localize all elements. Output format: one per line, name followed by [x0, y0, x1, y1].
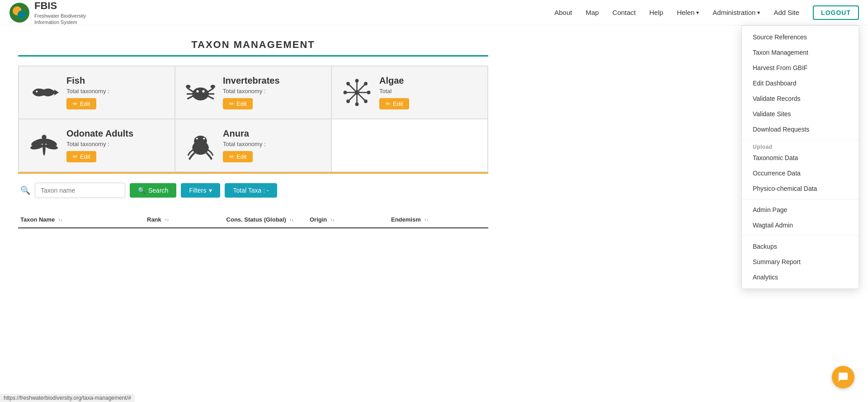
- svg-line-18: [357, 84, 366, 93]
- odonate-edit-button[interactable]: ✏ Edit: [66, 151, 96, 162]
- pencil-icon: ✏: [73, 100, 78, 107]
- menu-source-references[interactable]: Source References: [742, 29, 859, 45]
- algae-edit-button[interactable]: ✏ Edit: [379, 98, 409, 109]
- taxon-card-anura: Anura Total taxonomy : ✏ Edit: [175, 119, 331, 172]
- table-header: Taxon Name ↑↓ Rank ↑↓ Cons. Status (Glob…: [18, 212, 488, 228]
- svg-point-31: [355, 79, 359, 83]
- dropdown-divider-2: [742, 199, 859, 199]
- total-taxa-button[interactable]: Total Taxa : -: [225, 183, 277, 198]
- brand-initials: FBIS: [34, 0, 86, 13]
- svg-point-5: [192, 87, 208, 100]
- col-header-origin: Origin ↑↓: [310, 216, 391, 223]
- menu-backups[interactable]: Backups: [742, 239, 859, 242]
- sort-arrows-endemism[interactable]: ↑↓: [424, 218, 428, 222]
- anura-info: Anura Total taxonomy : ✏ Edit: [223, 128, 266, 162]
- svg-point-32: [355, 103, 359, 106]
- upload-section-label: Upload: [742, 139, 783, 152]
- brand-subtitle-1: Freshwater Biodiversity: [34, 13, 86, 19]
- svg-point-43: [196, 138, 198, 140]
- sort-arrows-origin[interactable]: ↑↓: [330, 218, 335, 222]
- menu-validate-sites[interactable]: Validate Sites: [742, 106, 859, 122]
- brand-subtitle-2: Information System: [34, 19, 77, 25]
- svg-line-11: [208, 96, 213, 99]
- col-header-taxon-name: Taxon Name ↑↓: [20, 216, 147, 223]
- search-input[interactable]: [35, 183, 125, 198]
- anura-edit-button[interactable]: ✏ Edit: [223, 151, 253, 162]
- algae-icon: [341, 77, 373, 109]
- pencil-icon-4: ✏: [73, 153, 78, 160]
- menu-wagtail-admin[interactable]: Wagtail Admin: [742, 218, 859, 233]
- algae-info: Algae Total ✏ Edit: [379, 76, 409, 109]
- col-header-endemism: Endemism ↑↓: [391, 216, 472, 223]
- taxon-card-empty: [331, 119, 488, 172]
- nav-help[interactable]: Help: [649, 9, 663, 16]
- search-button[interactable]: 🔍 Search: [130, 183, 176, 198]
- filters-button[interactable]: Filters ▾: [181, 183, 220, 198]
- user-dropdown-toggle[interactable]: Helen: [677, 9, 699, 16]
- col-header-cons-status: Cons. Status (Global) ↑↓: [210, 216, 310, 223]
- menu-taxonomic-data[interactable]: Taxonomic Data: [742, 150, 859, 166]
- fish-name: Fish: [66, 76, 109, 86]
- fish-icon: [28, 77, 60, 109]
- svg-point-26: [364, 82, 368, 85]
- odonate-taxonomy: Total taxonomy :: [66, 141, 133, 147]
- svg-point-14: [196, 90, 198, 92]
- anura-taxonomy: Total taxonomy :: [223, 141, 266, 147]
- odonate-name: Odonate Adults: [66, 128, 133, 139]
- administration-dropdown-menu: Source References Taxon Management Harve…: [741, 25, 859, 242]
- invertebrates-edit-button[interactable]: ✏ Edit: [223, 98, 253, 109]
- svg-point-15: [202, 90, 204, 92]
- pencil-icon-2: ✏: [229, 100, 234, 107]
- svg-point-44: [203, 138, 205, 140]
- menu-physico-chemical[interactable]: Physico-chemical Data: [742, 181, 859, 196]
- brand-logo-area: FBIS Freshwater Biodiversity Information…: [9, 0, 86, 25]
- taxon-grid: Fish Total taxonomy : ✏ Edit: [18, 66, 488, 172]
- menu-download-requests[interactable]: Download Requests: [742, 122, 859, 137]
- menu-admin-page[interactable]: Admin Page: [742, 202, 859, 218]
- svg-point-38: [42, 135, 46, 139]
- svg-point-25: [346, 82, 350, 85]
- svg-point-40: [194, 136, 207, 146]
- taxon-card-fish: Fish Total taxonomy : ✏ Edit: [19, 66, 175, 119]
- sort-arrows-cons[interactable]: ↑↓: [289, 218, 293, 222]
- svg-line-17: [348, 84, 357, 93]
- title-divider: [18, 55, 488, 57]
- algae-name: Algae: [379, 76, 409, 86]
- nav-map[interactable]: Map: [585, 9, 599, 16]
- search-bar: 🔍 🔍 Search Filters ▾ Total Taxa : -: [18, 183, 488, 198]
- svg-line-22: [357, 93, 366, 102]
- taxon-card-odonate: Odonate Adults Total taxonomy : ✏ Edit: [19, 119, 175, 172]
- sort-arrows-taxon[interactable]: ↑↓: [58, 218, 62, 222]
- menu-occurrence-data[interactable]: Occurrence Data: [742, 166, 859, 181]
- crab-icon: [184, 77, 216, 109]
- pencil-icon-5: ✏: [229, 153, 234, 160]
- fish-info: Fish Total taxonomy : ✏ Edit: [66, 76, 109, 109]
- nav-links: About Map Contact Help Helen Administrat…: [554, 5, 859, 20]
- taxon-card-invertebrates: Invertebrates Total taxonomy : ✏ Edit: [175, 66, 331, 119]
- administration-dropdown-toggle[interactable]: Administration: [712, 9, 760, 16]
- page-title: TAXON MANAGEMENT: [18, 39, 488, 51]
- section-divider: [18, 172, 488, 174]
- menu-harvest-gbif[interactable]: Harvest From GBIF: [742, 60, 859, 76]
- add-site-link[interactable]: Add Site: [774, 9, 799, 16]
- nav-about[interactable]: About: [554, 9, 572, 16]
- svg-point-29: [346, 99, 350, 103]
- navbar: FBIS Freshwater Biodiversity Information…: [0, 0, 868, 25]
- brand-text: FBIS Freshwater Biodiversity Information…: [34, 0, 86, 25]
- svg-point-27: [343, 91, 347, 95]
- menu-edit-dashboard[interactable]: Edit Dashboard: [742, 76, 859, 91]
- menu-taxon-management[interactable]: Taxon Management: [742, 45, 859, 60]
- odonate-info: Odonate Adults Total taxonomy : ✏ Edit: [66, 128, 133, 162]
- algae-taxonomy: Total: [379, 88, 409, 95]
- sort-arrows-rank[interactable]: ↑↓: [165, 218, 169, 222]
- svg-line-6: [187, 88, 193, 92]
- fish-edit-button[interactable]: ✏ Edit: [66, 98, 96, 109]
- invertebrates-taxonomy: Total taxonomy :: [223, 88, 280, 95]
- fish-taxonomy: Total taxonomy :: [66, 88, 109, 95]
- svg-point-2: [18, 10, 26, 19]
- svg-point-4: [36, 91, 38, 93]
- svg-line-21: [348, 93, 357, 102]
- menu-validate-records[interactable]: Validate Records: [742, 91, 859, 106]
- logout-button[interactable]: LOGOUT: [813, 5, 859, 20]
- nav-contact[interactable]: Contact: [613, 9, 636, 16]
